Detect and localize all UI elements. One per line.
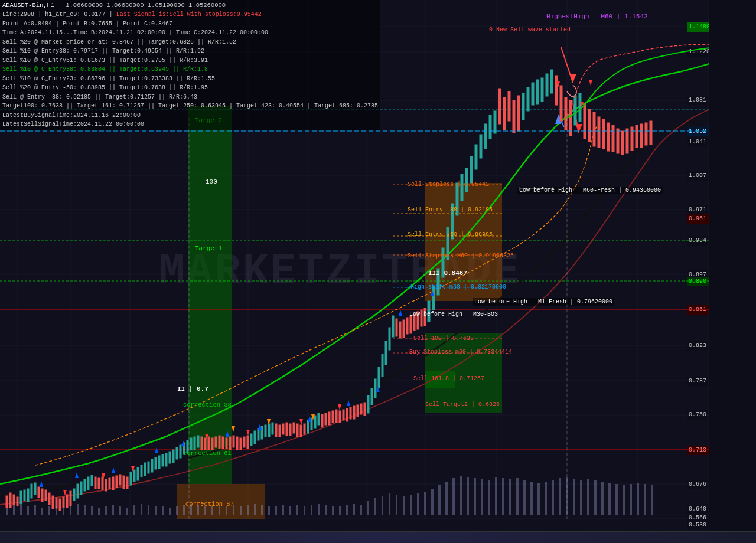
svg-rect-112 [304,424,305,434]
svg-rect-72 [162,454,164,466]
svg-rect-29 [9,493,11,508]
svg-rect-235 [289,506,291,515]
correction-87-label: correction 87 [185,501,234,508]
svg-rect-134 [382,354,383,377]
svg-rect-189 [626,129,628,153]
sell-entry-88-label: Sell Entry -88 | 0.92185 [408,207,493,213]
svg-rect-66 [141,465,142,477]
svg-rect-279 [601,482,604,515]
info-line-12: LatestSellSignalTime:2024.11.22 00:00:00 [2,120,378,129]
svg-rect-93 [236,437,238,450]
svg-rect-99 [258,428,259,440]
sell-arrow-head [569,74,576,83]
svg-rect-39 [45,490,47,501]
bottom-scrollbar[interactable] [0,531,756,543]
svg-rect-124 [346,408,348,421]
svg-rect-95 [243,437,245,447]
svg-rect-286 [651,485,653,515]
svg-rect-49 [80,482,82,495]
svg-rect-280 [608,483,611,515]
svg-rect-63 [130,472,132,485]
svg-rect-212 [126,508,128,515]
svg-rect-192 [640,124,643,148]
sell-stoploss-m60-label: Sell Stoploss M60 | 0.91966325 [408,253,514,259]
high-shift-m60-label: High-shift m60 | 0.82170000 [410,284,506,290]
svg-rect-41 [52,496,54,509]
svg-rect-228 [240,506,242,515]
svg-rect-60 [119,475,121,485]
svg-rect-98 [254,431,256,444]
sell-target2-label: Sell Target2 | 0.6826 [425,401,500,408]
svg-rect-217 [162,506,164,515]
svg-rect-110 [296,424,298,437]
svg-rect-183 [598,117,600,148]
svg-rect-155 [465,168,468,192]
svg-rect-137 [392,316,394,337]
svg-rect-242 [339,506,341,515]
sell-100-label: Sell 100 | 0.7638 [413,335,474,342]
svg-rect-88 [219,436,220,449]
svg-rect-107 [286,423,288,436]
svg-rect-249 [389,493,390,515]
low-before-high-m1: Low before High M1-Fresh | 0.79620000 [472,298,614,306]
correction-38-label: correction 38 [183,401,232,408]
svg-rect-62 [126,477,128,489]
svg-rect-255 [431,489,434,515]
svg-rect-69 [151,459,153,472]
svg-rect-97 [250,434,252,446]
svg-rect-195 [6,508,8,515]
sell-entry-50-label: Sell Entry -50 | 0.88985 [408,231,493,238]
svg-rect-234 [282,505,284,515]
info-line-3: Sell %20 @ Market price or at: 0.8467 ||… [2,38,378,47]
svg-rect-179 [579,93,581,122]
svg-rect-187 [617,129,619,153]
svg-rect-132 [374,379,376,398]
svg-rect-180 [584,103,586,139]
svg-rect-253 [417,493,419,515]
svg-rect-121 [335,410,337,423]
low-before-high-m60: Low before High M60-Fresh | 0.94360000 [517,187,663,194]
svg-rect-211 [119,506,121,515]
svg-rect-264 [495,477,497,515]
svg-rect-205 [77,504,79,515]
svg-rect-244 [353,504,355,515]
svg-rect-125 [350,407,351,419]
svg-rect-220 [183,505,185,515]
svg-rect-276 [580,480,582,515]
svg-rect-251 [403,496,405,515]
svg-rect-76 [176,447,178,459]
svg-rect-165 [513,100,515,133]
info-line-2: Time A:2024.11.15...Time B:2024.11.21 02… [2,28,378,38]
svg-rect-56 [105,479,107,491]
svg-rect-169 [532,83,534,105]
svg-rect-268 [523,480,526,515]
svg-marker-290 [155,447,158,453]
svg-rect-45 [66,495,68,508]
svg-rect-74 [169,452,171,463]
sell-stoploss-label: Sell Stoploss | 0.95442 [408,181,489,188]
svg-rect-33 [24,490,25,501]
svg-rect-90 [226,438,227,449]
info-line-0: Line:2908 | h1_atr_c0: 0.0177 | Last Sig… [2,10,378,19]
svg-rect-203 [63,508,64,515]
svg-rect-103 [272,423,273,434]
svg-rect-265 [502,478,504,515]
svg-rect-236 [296,505,298,515]
price-marker-8467: III 0.8467 [428,270,467,277]
svg-rect-126 [353,406,355,419]
svg-rect-113 [307,420,309,433]
svg-rect-210 [112,505,114,515]
svg-rect-157 [475,145,477,169]
svg-rect-47 [73,489,75,501]
svg-rect-31 [17,497,18,506]
svg-marker-289 [112,467,115,473]
svg-rect-50 [84,479,86,491]
svg-rect-123 [343,410,344,420]
svg-rect-233 [275,506,277,515]
svg-rect-91 [229,437,231,450]
svg-rect-238 [311,505,312,515]
svg-rect-246 [367,501,369,515]
svg-rect-82 [197,436,199,447]
svg-rect-181 [588,109,591,142]
svg-rect-206 [84,505,86,515]
